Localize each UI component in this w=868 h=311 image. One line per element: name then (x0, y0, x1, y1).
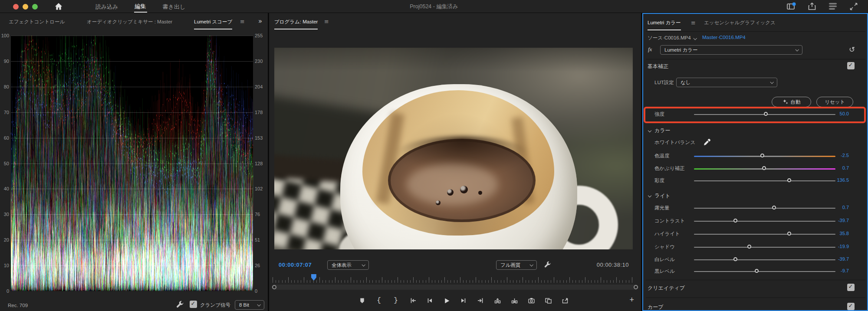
basic-correction-header[interactable]: 基本補正 (643, 62, 867, 71)
auto-button[interactable]: 自動 (772, 97, 811, 107)
clamp-signal-checkbox[interactable] (190, 301, 197, 308)
slider-contrast-label: コントラスト (654, 218, 685, 224)
workspace-button[interactable] (786, 2, 796, 11)
slider-saturation-value[interactable]: 136.5 (829, 177, 849, 183)
go-to-out-button[interactable] (477, 297, 484, 304)
slider-tint-track[interactable] (694, 168, 835, 170)
lut-dropdown[interactable]: なし (676, 78, 777, 87)
tab-essential-graphics[interactable]: エッセンシャルグラフィックス (704, 20, 776, 26)
slider-shadows-track[interactable] (694, 247, 835, 248)
zoom-level-dropdown[interactable]: 全体表示 (327, 260, 369, 270)
slider-highlights-track[interactable] (694, 234, 835, 235)
step-forward-button[interactable] (460, 297, 467, 304)
panel-menu-icon[interactable]: ≡ (691, 20, 696, 26)
lift-button[interactable] (493, 297, 501, 304)
export-media-button[interactable] (561, 297, 569, 304)
step-back-button[interactable] (426, 297, 434, 304)
color-section-header[interactable]: カラー (643, 126, 867, 135)
slider-tint-value[interactable]: 0.7 (829, 165, 849, 170)
curves-section-header[interactable]: カーブ (643, 303, 867, 311)
effect-row: fx Lumetri カラー ↻ (643, 45, 867, 56)
chevron-down-icon[interactable] (693, 36, 697, 40)
slider-whites-handle[interactable] (733, 257, 737, 261)
playback-quality-dropdown[interactable]: フル画質 (496, 260, 537, 270)
slider-contrast-handle[interactable] (733, 219, 737, 223)
scrollbar-left-knob[interactable] (272, 285, 276, 289)
progress-dashboard-button[interactable] (828, 2, 838, 11)
tab-lumetri-scopes[interactable]: Lumetri スコープ (194, 19, 232, 29)
bit-depth-dropdown[interactable]: 8 Bit (235, 300, 264, 310)
extract-button[interactable] (510, 297, 518, 304)
monitor-settings-wrench-icon[interactable] (544, 261, 552, 270)
slider-saturation-handle[interactable] (787, 178, 791, 182)
slider-temperature-value[interactable]: -2.5 (829, 153, 849, 158)
slider-blacks-value[interactable]: -9.7 (829, 268, 849, 273)
slider-temperature-handle[interactable] (760, 154, 764, 157)
slider-intensity-value[interactable]: 50.0 (829, 111, 849, 116)
playhead[interactable] (311, 274, 316, 281)
button-editor-plus[interactable]: + (629, 295, 634, 304)
chevron-down-icon (362, 263, 365, 266)
export-frame-button[interactable] (527, 297, 535, 304)
slider-blacks-track[interactable] (694, 271, 835, 272)
eyedropper-icon[interactable] (703, 138, 711, 147)
slider-exposure-value[interactable]: 0.7 (829, 205, 849, 210)
slider-exposure-handle[interactable] (772, 206, 776, 210)
slider-whites-value[interactable]: -39.7 (829, 256, 849, 262)
transport-controls: { } + (269, 293, 641, 308)
slider-saturation-track[interactable] (694, 180, 835, 181)
slider-exposure-track[interactable] (694, 208, 835, 209)
program-monitor-video[interactable] (274, 48, 633, 249)
settings-wrench-icon[interactable] (176, 301, 184, 310)
chevron-expanded-icon (648, 194, 651, 197)
fx-icon: fx (648, 46, 652, 53)
source-clip-label[interactable]: ソース·C0016.MP4 (648, 35, 691, 41)
slider-shadows-handle[interactable] (747, 245, 751, 249)
tab-effect-controls[interactable]: エフェクトコントロール (9, 19, 65, 25)
chevron-down-icon (770, 80, 773, 84)
creative-section-header[interactable]: クリエイティブ (643, 284, 867, 292)
effect-dropdown[interactable]: Lumetri カラー (660, 45, 802, 55)
slider-tint-handle[interactable] (762, 166, 766, 170)
comparison-view-button[interactable] (544, 297, 552, 304)
mark-in-button[interactable]: { (375, 297, 383, 304)
basic-correction-checkbox[interactable] (847, 62, 855, 69)
slider-highlights-value[interactable]: 35.8 (829, 231, 849, 236)
quick-export-button[interactable] (807, 2, 817, 11)
slider-temperature-track[interactable] (694, 156, 835, 157)
add-marker-button[interactable] (358, 297, 366, 304)
panel-menu-icon[interactable]: ≡ (240, 18, 245, 25)
monitor-scrollbar[interactable] (272, 285, 638, 290)
mark-out-button[interactable]: } (392, 297, 400, 304)
reset-effect-icon[interactable]: ↻ (849, 45, 855, 54)
chevron-down-icon (257, 303, 260, 306)
slider-contrast-value[interactable]: -39.7 (829, 218, 849, 223)
tab-audio-clip-mixer[interactable]: オーディオクリップミキサー : Master (87, 19, 172, 25)
slider-contrast-track[interactable] (694, 221, 835, 222)
slider-whites-track[interactable] (694, 259, 835, 260)
slider-shadows-value[interactable]: -19.9 (829, 244, 849, 249)
slider-intensity-handle[interactable] (764, 112, 768, 116)
slider-intensity-label: 強度 (654, 111, 664, 118)
current-timecode[interactable]: 00:00:07:07 (279, 262, 312, 268)
slider-highlights-handle[interactable] (787, 232, 791, 236)
tab-lumetri-color[interactable]: Lumetri カラー (648, 20, 681, 30)
light-section-header[interactable]: ライト (643, 191, 867, 200)
master-clip-link[interactable]: Master·C0016.MP4 (702, 35, 746, 40)
program-monitor-header[interactable]: プログラム: Master (274, 19, 318, 29)
fullscreen-button[interactable] (849, 2, 858, 11)
play-button[interactable] (443, 297, 450, 304)
monitor-time-ruler[interactable] (273, 274, 634, 283)
auto-button-label: 自動 (791, 99, 801, 105)
creative-checkbox[interactable] (847, 284, 855, 291)
tab-overflow-icon[interactable]: » (258, 17, 262, 25)
scope-8bit-tick: 178 (255, 110, 266, 115)
curves-checkbox[interactable] (847, 303, 855, 310)
slider-blacks-handle[interactable] (755, 269, 759, 273)
slider-intensity-track[interactable] (694, 114, 835, 115)
go-to-in-button[interactable] (409, 297, 417, 304)
panel-menu-icon[interactable]: ≡ (324, 18, 329, 25)
reset-button[interactable]: リセット (816, 97, 853, 107)
scrollbar-right-knob[interactable] (634, 285, 638, 289)
slider-highlights: ハイライト35.8 (643, 230, 867, 239)
